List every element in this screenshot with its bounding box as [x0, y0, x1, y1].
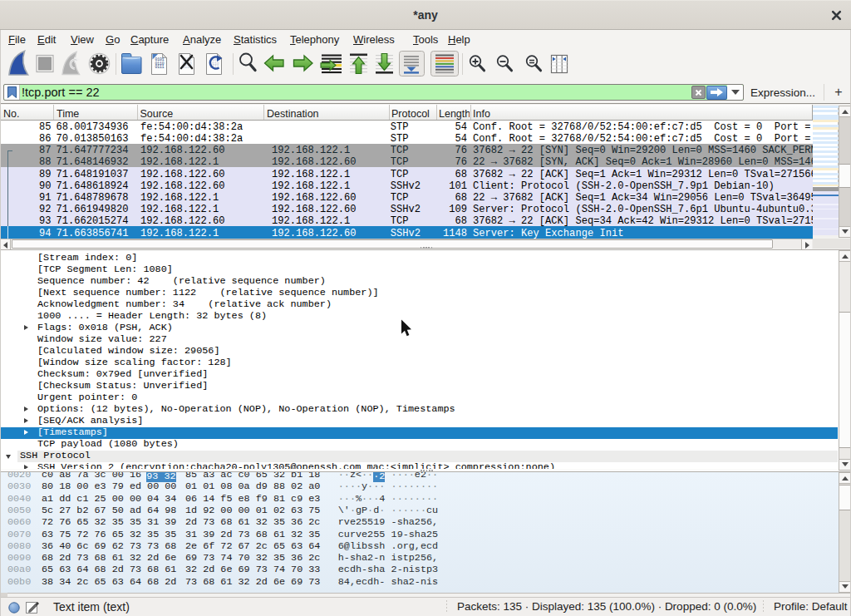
- svg-text:0111: 0111: [155, 65, 165, 69]
